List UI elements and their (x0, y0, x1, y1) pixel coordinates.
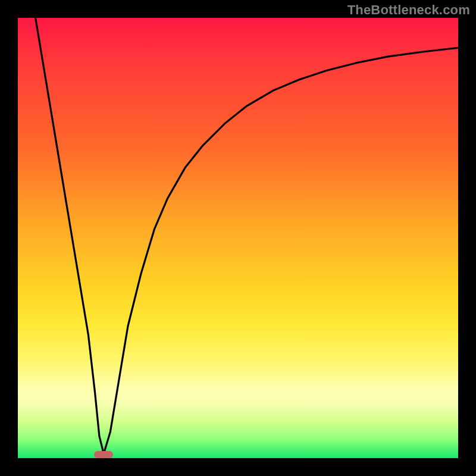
chart-frame: TheBottleneck.com (0, 0, 476, 476)
optimum-marker (94, 451, 113, 458)
watermark-label: TheBottleneck.com (347, 2, 470, 18)
plot-area (18, 18, 458, 458)
curve-line (18, 18, 458, 458)
